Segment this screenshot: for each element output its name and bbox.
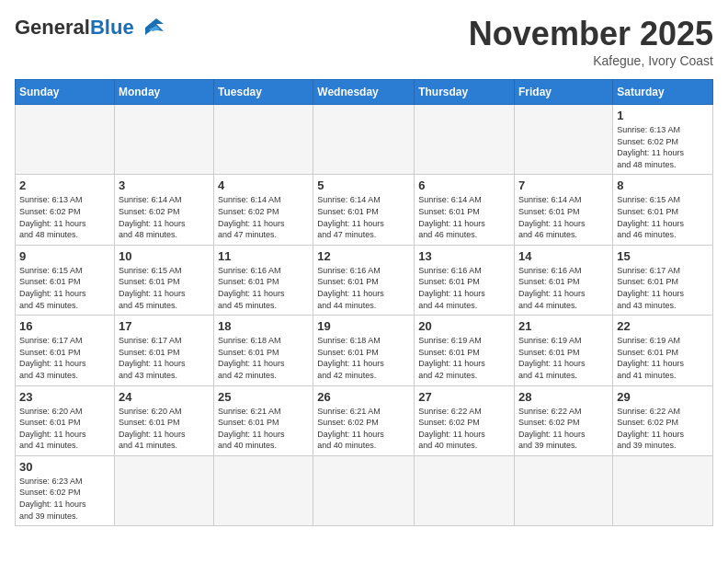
day-info: Sunrise: 6:13 AM Sunset: 6:02 PM Dayligh… [19,194,110,240]
calendar-cell: 23Sunrise: 6:20 AM Sunset: 6:01 PM Dayli… [16,385,115,455]
weekday-header-monday: Monday [114,80,213,105]
calendar-week-row: 16Sunrise: 6:17 AM Sunset: 6:01 PM Dayli… [16,316,713,385]
calendar-cell: 30Sunrise: 6:23 AM Sunset: 6:02 PM Dayli… [16,455,115,525]
day-number: 7 [518,178,609,192]
day-info: Sunrise: 6:19 AM Sunset: 6:01 PM Dayligh… [418,335,510,381]
day-number: 26 [317,390,410,404]
day-number: 11 [218,249,309,263]
calendar-cell [415,105,515,175]
day-info: Sunrise: 6:15 AM Sunset: 6:01 PM Dayligh… [617,194,709,240]
day-info: Sunrise: 6:19 AM Sunset: 6:01 PM Dayligh… [617,335,709,381]
day-number: 9 [19,249,110,263]
calendar-cell: 28Sunrise: 6:22 AM Sunset: 6:02 PM Dayli… [515,385,613,455]
day-info: Sunrise: 6:15 AM Sunset: 6:01 PM Dayligh… [119,265,210,311]
day-number: 19 [317,319,410,333]
logo-blue: Blue [90,16,134,40]
day-info: Sunrise: 6:14 AM Sunset: 6:01 PM Dayligh… [317,194,410,240]
weekday-header-sunday: Sunday [16,80,115,105]
day-number: 3 [119,178,210,192]
day-number: 29 [617,390,709,404]
calendar-cell: 14Sunrise: 6:16 AM Sunset: 6:01 PM Dayli… [515,245,613,315]
calendar-cell: 11Sunrise: 6:16 AM Sunset: 6:01 PM Dayli… [214,245,313,315]
calendar-cell: 17Sunrise: 6:17 AM Sunset: 6:01 PM Dayli… [114,316,213,385]
calendar-cell [214,455,313,525]
calendar-cell [16,105,115,175]
logo: General Blue [15,15,167,40]
day-info: Sunrise: 6:21 AM Sunset: 6:02 PM Dayligh… [317,406,410,452]
day-number: 15 [617,249,709,263]
day-info: Sunrise: 6:15 AM Sunset: 6:01 PM Dayligh… [19,265,110,311]
day-number: 23 [19,390,110,404]
calendar-cell: 24Sunrise: 6:20 AM Sunset: 6:01 PM Dayli… [114,385,213,455]
calendar-cell: 19Sunrise: 6:18 AM Sunset: 6:01 PM Dayli… [313,316,415,385]
calendar-cell: 25Sunrise: 6:21 AM Sunset: 6:01 PM Dayli… [214,385,313,455]
day-number: 17 [119,319,210,333]
calendar-week-row: 23Sunrise: 6:20 AM Sunset: 6:01 PM Dayli… [16,385,713,455]
day-number: 30 [19,460,110,474]
calendar-week-row: 30Sunrise: 6:23 AM Sunset: 6:02 PM Dayli… [16,455,713,525]
header: General Blue November 2025 Kafegue, Ivor… [15,15,713,68]
day-info: Sunrise: 6:21 AM Sunset: 6:01 PM Dayligh… [218,406,309,452]
calendar-cell: 22Sunrise: 6:19 AM Sunset: 6:01 PM Dayli… [613,316,713,385]
day-info: Sunrise: 6:17 AM Sunset: 6:01 PM Dayligh… [119,335,210,381]
day-info: Sunrise: 6:14 AM Sunset: 6:02 PM Dayligh… [218,194,309,240]
calendar-week-row: 9Sunrise: 6:15 AM Sunset: 6:01 PM Daylig… [16,245,713,315]
day-number: 12 [317,249,410,263]
calendar-cell: 2Sunrise: 6:13 AM Sunset: 6:02 PM Daylig… [16,175,115,245]
day-number: 18 [218,319,309,333]
day-number: 20 [418,319,510,333]
day-number: 4 [218,178,309,192]
day-number: 24 [119,390,210,404]
calendar-cell: 15Sunrise: 6:17 AM Sunset: 6:01 PM Dayli… [613,245,713,315]
weekday-header-tuesday: Tuesday [214,80,313,105]
day-info: Sunrise: 6:18 AM Sunset: 6:01 PM Dayligh… [218,335,309,381]
calendar-cell: 3Sunrise: 6:14 AM Sunset: 6:02 PM Daylig… [114,175,213,245]
day-number: 21 [518,319,609,333]
calendar-cell: 20Sunrise: 6:19 AM Sunset: 6:01 PM Dayli… [415,316,515,385]
logo-text: General Blue [15,15,167,40]
calendar-cell: 26Sunrise: 6:21 AM Sunset: 6:02 PM Dayli… [313,385,415,455]
day-number: 22 [617,319,709,333]
calendar-cell: 18Sunrise: 6:18 AM Sunset: 6:01 PM Dayli… [214,316,313,385]
calendar-cell: 10Sunrise: 6:15 AM Sunset: 6:01 PM Dayli… [114,245,213,315]
calendar-cell [613,455,713,525]
day-info: Sunrise: 6:20 AM Sunset: 6:01 PM Dayligh… [119,406,210,452]
weekday-header-row: SundayMondayTuesdayWednesdayThursdayFrid… [16,80,713,105]
day-info: Sunrise: 6:23 AM Sunset: 6:02 PM Dayligh… [19,476,110,522]
day-number: 6 [418,178,510,192]
weekday-header-wednesday: Wednesday [313,80,415,105]
day-info: Sunrise: 6:14 AM Sunset: 6:02 PM Dayligh… [119,194,210,240]
logo-bird-icon [138,15,167,40]
calendar-cell [415,455,515,525]
weekday-header-friday: Friday [515,80,613,105]
calendar-cell: 16Sunrise: 6:17 AM Sunset: 6:01 PM Dayli… [16,316,115,385]
calendar-cell: 12Sunrise: 6:16 AM Sunset: 6:01 PM Dayli… [313,245,415,315]
calendar-cell: 21Sunrise: 6:19 AM Sunset: 6:01 PM Dayli… [515,316,613,385]
calendar-cell: 8Sunrise: 6:15 AM Sunset: 6:01 PM Daylig… [613,175,713,245]
day-number: 2 [19,178,110,192]
day-info: Sunrise: 6:16 AM Sunset: 6:01 PM Dayligh… [518,265,609,311]
day-number: 8 [617,178,709,192]
calendar-cell: 9Sunrise: 6:15 AM Sunset: 6:01 PM Daylig… [16,245,115,315]
logo-general: General [15,16,90,40]
day-info: Sunrise: 6:14 AM Sunset: 6:01 PM Dayligh… [418,194,510,240]
day-number: 28 [518,390,609,404]
calendar-cell [515,455,613,525]
calendar-cell [515,105,613,175]
calendar-cell: 5Sunrise: 6:14 AM Sunset: 6:01 PM Daylig… [313,175,415,245]
day-info: Sunrise: 6:16 AM Sunset: 6:01 PM Dayligh… [418,265,510,311]
calendar-table: SundayMondayTuesdayWednesdayThursdayFrid… [15,79,713,526]
day-info: Sunrise: 6:22 AM Sunset: 6:02 PM Dayligh… [617,406,709,452]
day-number: 16 [19,319,110,333]
day-info: Sunrise: 6:20 AM Sunset: 6:01 PM Dayligh… [19,406,110,452]
day-info: Sunrise: 6:14 AM Sunset: 6:01 PM Dayligh… [518,194,609,240]
calendar-cell [214,105,313,175]
weekday-header-thursday: Thursday [415,80,515,105]
calendar-cell [114,105,213,175]
weekday-header-saturday: Saturday [613,80,713,105]
day-number: 27 [418,390,510,404]
day-number: 1 [617,109,709,122]
day-info: Sunrise: 6:17 AM Sunset: 6:01 PM Dayligh… [617,265,709,311]
calendar-cell: 13Sunrise: 6:16 AM Sunset: 6:01 PM Dayli… [415,245,515,315]
calendar-cell: 29Sunrise: 6:22 AM Sunset: 6:02 PM Dayli… [613,385,713,455]
